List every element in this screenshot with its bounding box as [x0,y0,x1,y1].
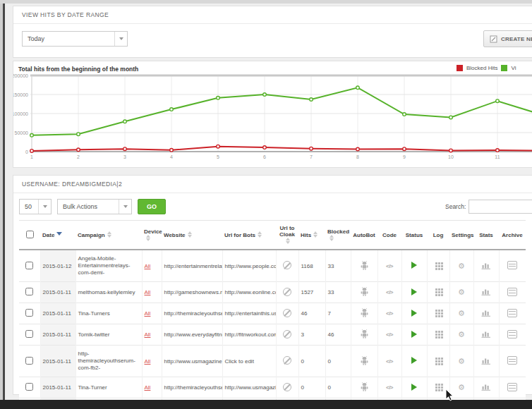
col-date[interactable]: Date [40,221,75,250]
mouse-cursor [445,389,454,402]
cloak-disabled-icon[interactable] [283,288,291,296]
cloak-disabled-icon[interactable] [283,261,291,269]
row-checkbox[interactable] [25,357,33,365]
row-checkbox[interactable] [25,262,33,269]
cell-campaign: Tomik-twitter [75,324,142,346]
archive-icon[interactable] [507,383,517,391]
col-url-for-bots[interactable]: Url for Bots [222,221,276,250]
bulk-actions-value: Bulk Actions [58,203,97,210]
col-blocked[interactable]: Blocked [325,221,351,250]
device-all-link[interactable]: All [145,358,151,365]
select-all-checkbox[interactable] [26,231,34,238]
stats-icon[interactable] [481,262,491,269]
campaigns-panel: USERNAME: DREAMBIGMEDIA|2 50 Bulk Action… [13,175,532,395]
status-play-icon[interactable] [411,288,417,295]
row-checkbox[interactable] [25,330,33,338]
log-icon[interactable] [435,288,437,291]
stats-icon[interactable] [481,383,491,391]
stats-icon[interactable] [481,309,491,317]
autobot-icon[interactable] [360,287,369,296]
go-button[interactable]: GO [138,199,166,214]
status-play-icon[interactable] [411,262,417,269]
code-icon[interactable]: </> [386,331,393,338]
col-website[interactable]: Website [162,221,222,250]
stats-icon[interactable] [481,288,491,295]
row-checkbox[interactable] [25,309,33,317]
archive-icon[interactable] [507,356,517,365]
cell-blocked: 0 [325,346,351,377]
table-row: 2015-01-11 http-themiracleyouthserum-com… [19,346,526,377]
settings-gear-icon[interactable]: ⚙ [458,383,465,391]
svg-text:0: 0 [25,149,28,154]
code-icon[interactable]: </> [386,263,393,269]
autobot-icon[interactable] [360,382,369,391]
col-campaign[interactable]: Campaign [75,221,142,250]
bulk-actions-select[interactable]: Bulk Actions [57,199,132,214]
log-icon[interactable] [435,310,437,312]
log-icon[interactable] [435,262,437,264]
cloak-disabled-icon[interactable] [283,330,291,338]
cell-date: 2015-01-11 [40,346,75,377]
autobot-icon[interactable] [360,356,369,365]
code-icon[interactable]: </> [386,289,393,295]
col-hits[interactable]: Hits [298,221,325,250]
cloak-disabled-icon[interactable] [283,383,291,391]
code-icon[interactable]: </> [386,384,393,391]
code-icon[interactable]: </> [386,310,393,317]
cell-hits: 46 [298,303,325,324]
sort-icon [188,231,193,238]
create-new-campaign-button[interactable]: CREATE NEW CAMPAIGN [483,30,532,47]
window-top-edge [0,0,532,4]
status-play-icon[interactable] [411,357,417,364]
device-all-link[interactable]: All [145,289,151,295]
archive-icon[interactable] [507,288,517,296]
device-all-link[interactable]: All [145,310,151,317]
status-play-icon[interactable] [411,384,417,391]
cloak-disabled-icon[interactable] [283,309,291,317]
svg-text:5: 5 [217,154,219,159]
svg-text:3: 3 [123,154,126,159]
log-icon[interactable] [435,384,437,386]
code-icon[interactable]: </> [386,358,393,365]
settings-gear-icon[interactable]: ⚙ [458,309,465,317]
table-row: 2015-01-11 melthomas-kellylemley All htt… [19,282,526,303]
device-all-link[interactable]: All [145,384,151,391]
page-size-select[interactable]: 50 [19,199,52,214]
log-icon[interactable] [435,358,437,360]
settings-gear-icon[interactable]: ⚙ [458,357,465,365]
cell-url-for-bots: Click to edit [222,346,276,377]
archive-icon[interactable] [507,261,517,269]
col-url-to-cloak[interactable]: Url to Cloak [276,221,298,250]
sort-icon [107,231,112,238]
date-range-panel-title: VIEW HITS BY DATE RANGE [13,6,532,24]
chart-legend: Blocked Hits Vi [457,65,516,71]
row-checkbox[interactable] [25,383,33,391]
cell-url-for-bots: http://fitnworkout.com/ [222,324,276,346]
settings-gear-icon[interactable]: ⚙ [458,330,465,338]
autobot-icon[interactable] [360,261,369,270]
row-checkbox[interactable] [25,288,33,295]
stats-icon[interactable] [481,330,491,338]
autobot-icon[interactable] [360,329,369,338]
stats-icon[interactable] [481,357,491,365]
archive-icon[interactable] [507,330,517,338]
settings-gear-icon[interactable]: ⚙ [458,262,465,270]
table-row: 2015-01-12 Angela-Mobile-Entertainmentre… [19,250,526,282]
create-new-campaign-label: CREATE NEW CAMPAIGN [501,36,532,42]
settings-gear-icon[interactable]: ⚙ [458,288,465,296]
date-range-select[interactable]: Today [22,31,128,47]
status-play-icon[interactable] [411,331,417,338]
cell-website: http://www.usmagazine.c... [162,346,222,377]
status-play-icon[interactable] [411,310,417,317]
col-device[interactable]: Device [142,221,162,250]
chevron-down-icon [38,200,51,214]
cloak-disabled-icon[interactable] [283,356,291,365]
cell-date: 2015-01-12 [40,250,75,282]
autobot-icon[interactable] [360,308,369,317]
log-icon[interactable] [435,331,437,333]
archive-icon[interactable] [507,309,517,317]
search-input[interactable] [468,200,532,214]
device-all-link[interactable]: All [145,263,151,269]
device-all-link[interactable]: All [145,331,151,338]
username-heading: USERNAME: DREAMBIGMEDIA|2 [13,176,532,193]
